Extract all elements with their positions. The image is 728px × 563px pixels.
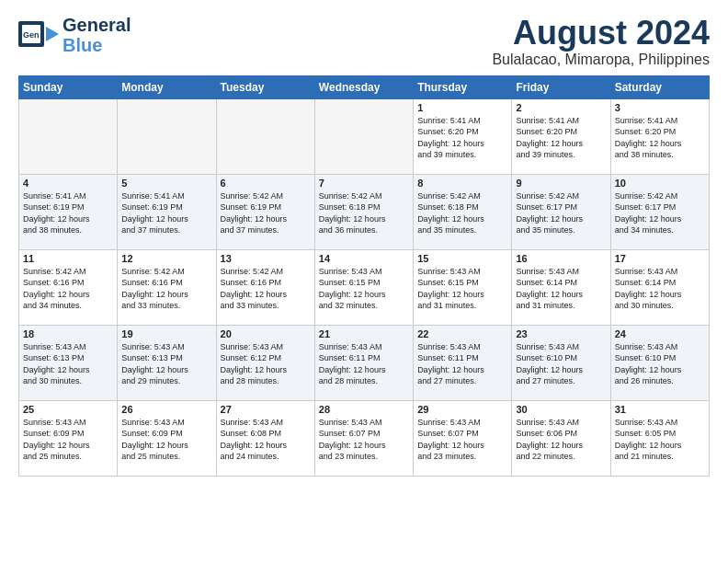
day-number: 16 xyxy=(516,253,606,264)
month-title: August 2024 xyxy=(492,15,710,52)
location: Bulalacao, Mimaropa, Philippines xyxy=(492,52,710,68)
day-info: Sunrise: 5:42 AM Sunset: 6:19 PM Dayligh… xyxy=(221,190,311,236)
day-number: 9 xyxy=(516,178,606,189)
calendar-cell: 2Sunrise: 5:41 AM Sunset: 6:20 PM Daylig… xyxy=(512,98,610,174)
calendar-cell: 14Sunrise: 5:43 AM Sunset: 6:15 PM Dayli… xyxy=(314,249,413,325)
day-number: 21 xyxy=(319,328,409,339)
day-number: 18 xyxy=(23,328,113,339)
calendar-cell: 6Sunrise: 5:42 AM Sunset: 6:19 PM Daylig… xyxy=(216,174,314,249)
day-info: Sunrise: 5:43 AM Sunset: 6:13 PM Dayligh… xyxy=(121,341,211,387)
calendar-body: 1Sunrise: 5:41 AM Sunset: 6:20 PM Daylig… xyxy=(19,98,710,476)
day-number: 5 xyxy=(121,178,211,189)
day-info: Sunrise: 5:43 AM Sunset: 6:09 PM Dayligh… xyxy=(23,417,113,463)
logo-general: General xyxy=(63,15,131,35)
calendar-week-row: 25Sunrise: 5:43 AM Sunset: 6:09 PM Dayli… xyxy=(19,400,710,476)
calendar-cell: 19Sunrise: 5:43 AM Sunset: 6:13 PM Dayli… xyxy=(118,325,216,400)
day-number: 15 xyxy=(417,253,507,264)
calendar-cell: 17Sunrise: 5:43 AM Sunset: 6:14 PM Dayli… xyxy=(610,249,709,325)
day-number: 10 xyxy=(615,178,705,189)
calendar-cell xyxy=(118,98,216,174)
calendar-cell: 20Sunrise: 5:43 AM Sunset: 6:12 PM Dayli… xyxy=(216,325,314,400)
day-info: Sunrise: 5:43 AM Sunset: 6:11 PM Dayligh… xyxy=(319,341,409,387)
day-info: Sunrise: 5:43 AM Sunset: 6:11 PM Dayligh… xyxy=(417,341,507,387)
calendar-cell: 16Sunrise: 5:43 AM Sunset: 6:14 PM Dayli… xyxy=(512,249,610,325)
day-info: Sunrise: 5:43 AM Sunset: 6:15 PM Dayligh… xyxy=(417,266,507,312)
weekday-header-wednesday: Wednesday xyxy=(314,75,413,98)
weekday-header-sunday: Sunday xyxy=(19,75,118,98)
day-number: 31 xyxy=(615,404,705,415)
day-number: 19 xyxy=(121,328,211,339)
calendar-header-row: SundayMondayTuesdayWednesdayThursdayFrid… xyxy=(19,75,710,98)
day-info: Sunrise: 5:42 AM Sunset: 6:18 PM Dayligh… xyxy=(417,190,507,236)
day-info: Sunrise: 5:43 AM Sunset: 6:15 PM Dayligh… xyxy=(319,266,409,312)
calendar-cell: 15Sunrise: 5:43 AM Sunset: 6:15 PM Dayli… xyxy=(414,249,512,325)
calendar-cell xyxy=(216,98,314,174)
day-number: 6 xyxy=(221,178,311,189)
day-number: 26 xyxy=(121,404,211,415)
calendar-cell: 1Sunrise: 5:41 AM Sunset: 6:20 PM Daylig… xyxy=(414,98,512,174)
calendar-week-row: 11Sunrise: 5:42 AM Sunset: 6:16 PM Dayli… xyxy=(19,249,710,325)
day-info: Sunrise: 5:41 AM Sunset: 6:19 PM Dayligh… xyxy=(23,190,113,236)
calendar-cell xyxy=(314,98,413,174)
day-info: Sunrise: 5:43 AM Sunset: 6:13 PM Dayligh… xyxy=(23,341,113,387)
calendar-cell: 3Sunrise: 5:41 AM Sunset: 6:20 PM Daylig… xyxy=(610,98,709,174)
day-info: Sunrise: 5:43 AM Sunset: 6:08 PM Dayligh… xyxy=(221,417,311,463)
calendar-cell: 10Sunrise: 5:42 AM Sunset: 6:17 PM Dayli… xyxy=(610,174,709,249)
day-info: Sunrise: 5:42 AM Sunset: 6:17 PM Dayligh… xyxy=(516,190,606,236)
day-info: Sunrise: 5:43 AM Sunset: 6:12 PM Dayligh… xyxy=(221,341,311,387)
weekday-header-tuesday: Tuesday xyxy=(216,75,314,98)
calendar-cell: 25Sunrise: 5:43 AM Sunset: 6:09 PM Dayli… xyxy=(19,400,118,476)
calendar-table: SundayMondayTuesdayWednesdayThursdayFrid… xyxy=(18,75,710,477)
day-number: 22 xyxy=(417,328,507,339)
calendar-cell: 4Sunrise: 5:41 AM Sunset: 6:19 PM Daylig… xyxy=(19,174,118,249)
day-number: 14 xyxy=(319,253,409,264)
day-info: Sunrise: 5:42 AM Sunset: 6:16 PM Dayligh… xyxy=(23,266,113,312)
calendar-cell: 18Sunrise: 5:43 AM Sunset: 6:13 PM Dayli… xyxy=(19,325,118,400)
calendar-cell: 21Sunrise: 5:43 AM Sunset: 6:11 PM Dayli… xyxy=(314,325,413,400)
day-info: Sunrise: 5:43 AM Sunset: 6:14 PM Dayligh… xyxy=(615,266,705,312)
day-info: Sunrise: 5:43 AM Sunset: 6:10 PM Dayligh… xyxy=(516,341,606,387)
svg-text:Gen: Gen xyxy=(23,30,40,40)
day-info: Sunrise: 5:41 AM Sunset: 6:19 PM Dayligh… xyxy=(121,190,211,236)
day-number: 3 xyxy=(615,102,705,113)
calendar-cell: 11Sunrise: 5:42 AM Sunset: 6:16 PM Dayli… xyxy=(19,249,118,325)
day-number: 25 xyxy=(23,404,113,415)
day-info: Sunrise: 5:42 AM Sunset: 6:17 PM Dayligh… xyxy=(615,190,705,236)
day-info: Sunrise: 5:42 AM Sunset: 6:18 PM Dayligh… xyxy=(319,190,409,236)
calendar-cell: 12Sunrise: 5:42 AM Sunset: 6:16 PM Dayli… xyxy=(118,249,216,325)
calendar-cell: 8Sunrise: 5:42 AM Sunset: 6:18 PM Daylig… xyxy=(414,174,512,249)
title-area: August 2024 Bulalacao, Mimaropa, Philipp… xyxy=(492,15,710,68)
calendar-week-row: 4Sunrise: 5:41 AM Sunset: 6:19 PM Daylig… xyxy=(19,174,710,249)
calendar-cell: 13Sunrise: 5:42 AM Sunset: 6:16 PM Dayli… xyxy=(216,249,314,325)
calendar-cell xyxy=(19,98,118,174)
day-number: 13 xyxy=(221,253,311,264)
day-number: 11 xyxy=(23,253,113,264)
day-number: 20 xyxy=(221,328,311,339)
page-header: Gen General Blue August 2024 Bulalacao, … xyxy=(18,15,710,68)
day-number: 2 xyxy=(516,102,606,113)
day-info: Sunrise: 5:43 AM Sunset: 6:14 PM Dayligh… xyxy=(516,266,606,312)
calendar-cell: 31Sunrise: 5:43 AM Sunset: 6:05 PM Dayli… xyxy=(610,400,709,476)
weekday-header-thursday: Thursday xyxy=(414,75,512,98)
day-number: 8 xyxy=(417,178,507,189)
day-info: Sunrise: 5:43 AM Sunset: 6:07 PM Dayligh… xyxy=(417,417,507,463)
day-info: Sunrise: 5:42 AM Sunset: 6:16 PM Dayligh… xyxy=(221,266,311,312)
calendar-week-row: 18Sunrise: 5:43 AM Sunset: 6:13 PM Dayli… xyxy=(19,325,710,400)
day-info: Sunrise: 5:43 AM Sunset: 6:06 PM Dayligh… xyxy=(516,417,606,463)
calendar-cell: 7Sunrise: 5:42 AM Sunset: 6:18 PM Daylig… xyxy=(314,174,413,249)
calendar-cell: 27Sunrise: 5:43 AM Sunset: 6:08 PM Dayli… xyxy=(216,400,314,476)
weekday-header-friday: Friday xyxy=(512,75,610,98)
day-number: 4 xyxy=(23,178,113,189)
logo: Gen General Blue xyxy=(18,15,131,55)
day-info: Sunrise: 5:41 AM Sunset: 6:20 PM Dayligh… xyxy=(615,115,705,161)
day-number: 28 xyxy=(319,404,409,415)
logo-blue: Blue xyxy=(63,35,131,55)
calendar-cell: 26Sunrise: 5:43 AM Sunset: 6:09 PM Dayli… xyxy=(118,400,216,476)
day-number: 1 xyxy=(417,102,507,113)
day-info: Sunrise: 5:43 AM Sunset: 6:10 PM Dayligh… xyxy=(615,341,705,387)
day-number: 24 xyxy=(615,328,705,339)
day-info: Sunrise: 5:41 AM Sunset: 6:20 PM Dayligh… xyxy=(516,115,606,161)
calendar-cell: 30Sunrise: 5:43 AM Sunset: 6:06 PM Dayli… xyxy=(512,400,610,476)
day-number: 23 xyxy=(516,328,606,339)
day-number: 17 xyxy=(615,253,705,264)
